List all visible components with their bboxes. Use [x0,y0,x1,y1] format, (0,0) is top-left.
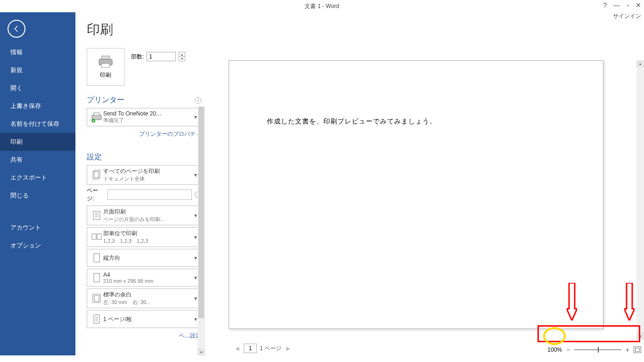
title-bar: 文書 1 - Word ? — ▫ ✕ [0,0,644,12]
page-total-label: 1 ページ [260,345,281,353]
zoom-in-button[interactable]: + [624,346,631,354]
page-preview: 作成した文書を、印刷プレビューでみてみましょう。 [229,60,603,329]
printer-info-icon[interactable]: i [195,97,201,104]
printer-properties-link[interactable]: プリンターのプロパティ [87,128,201,143]
copies-spinner[interactable]: ▴▾ [179,52,185,61]
copies-input[interactable] [147,52,176,61]
nav-info[interactable]: 情報 [0,43,75,61]
annotation-arrow-1 [567,283,577,321]
svg-rect-12 [92,234,96,239]
nav-share[interactable]: 共有 [0,151,75,169]
annotation-circle [543,327,566,345]
sheet-icon [93,314,100,324]
settings-scrollbar[interactable]: ▾ [198,107,205,355]
print-settings-panel: 印刷 印刷 部数: ▴▾ プリンター i [75,12,205,355]
settings-section-title: 設定 [87,152,102,162]
paper-icon [93,273,100,282]
chevron-down-icon: ▼ [191,255,198,261]
zoom-controls: 100% − + [547,346,641,354]
margins-select[interactable]: 標準の余白左: 30 mm 右: 30… ▼ [87,288,201,308]
next-page-button[interactable]: ▶ [284,346,292,352]
nav-close[interactable]: 閉じる [0,187,75,205]
nav-export[interactable]: エクスポート [0,169,75,187]
restore-icon[interactable]: ▫ [627,1,629,9]
close-icon[interactable]: ✕ [636,1,641,9]
minimize-icon[interactable]: — [613,1,620,9]
zoom-out-button[interactable]: − [565,346,571,354]
prev-page-button[interactable]: ◀ [233,346,241,352]
printer-name: Send To OneNote 20… [103,110,191,117]
chevron-down-icon: ▼ [191,115,198,120]
svg-rect-0 [101,56,110,59]
printer-device-icon [91,112,103,123]
chevron-down-icon: ▼ [191,213,198,218]
pages-stack-icon [92,170,101,180]
single-page-icon [93,211,100,220]
margins-icon [92,294,101,303]
preview-scrollbar[interactable]: ▴ ▾ [636,60,644,339]
svg-rect-4 [94,113,99,115]
document-body-text: 作成した文書を、印刷プレビューでみてみましょう。 [267,117,565,126]
print-button[interactable]: 印刷 [87,48,124,86]
chevron-down-icon: ▼ [191,296,198,301]
zoom-slider[interactable] [574,349,621,350]
nav-save[interactable]: 上書き保存 [0,97,75,115]
printer-select[interactable]: Send To OneNote 20… 準備完了 ▼ [87,108,201,126]
svg-rect-14 [94,254,99,262]
nav-options[interactable]: オプション [0,237,75,255]
pages-input[interactable] [107,189,192,200]
chevron-down-icon: ▼ [191,317,198,322]
page-number-input[interactable] [244,344,257,353]
printer-icon [97,55,114,68]
paper-size-select[interactable]: A4210 mm x 296.98 mm ▼ [87,269,201,287]
zoom-percent[interactable]: 100% [547,346,562,353]
backstage-sidebar: 情報 新規 開く 上書き保存 名前を付けて保存 印刷 共有 エクスポート 閉じる… [0,12,75,355]
chevron-down-icon: ▼ [191,173,198,178]
page-setup-link[interactable]: ペ…設定 [87,330,201,340]
window-title: 文書 1 - Word [305,2,339,10]
nav-open[interactable]: 開く [0,79,75,97]
orientation-select[interactable]: 縦方向 ▼ [87,249,201,267]
nav-new[interactable]: 新規 [0,61,75,79]
svg-rect-6 [94,170,100,178]
sides-select[interactable]: 片面印刷ページの片面のみを印刷… ▼ [87,206,201,225]
svg-rect-2 [101,63,110,67]
printer-status: 準備完了 [103,117,191,124]
svg-rect-7 [93,172,99,179]
collate-icon [91,232,102,242]
annotation-arrow-2 [624,283,635,321]
nav-saveas[interactable]: 名前を付けて保存 [0,115,75,133]
print-range-select[interactable]: すべてのページを印刷ドキュメント全体 ▼ [87,165,201,185]
page-title: 印刷 [87,21,201,39]
svg-rect-8 [93,211,100,220]
back-button[interactable] [8,20,25,38]
nav-print[interactable]: 印刷 [0,133,75,151]
zoom-to-page-button[interactable] [634,346,641,353]
help-icon[interactable]: ? [603,1,607,9]
svg-rect-17 [94,296,99,301]
nav-account[interactable]: アカウント [0,219,75,237]
svg-rect-15 [94,273,99,282]
chevron-down-icon: ▼ [191,235,198,240]
print-preview-panel: 作成した文書を、印刷プレビューでみてみましょう。 ▴ ▾ ◀ 1 ページ ▶ 1… [205,12,644,355]
portrait-icon [93,253,100,263]
printer-section-title: プリンター [87,95,124,105]
collate-select[interactable]: 部単位で印刷1,2,3 1,2,3 1,2,3 ▼ [87,227,201,247]
print-button-label: 印刷 [100,71,111,79]
pages-label: ページ: [87,187,105,203]
chevron-down-icon: ▼ [191,275,198,280]
copies-label: 部数: [131,53,144,61]
pages-per-sheet-select[interactable]: 1 ページ/枚 ▼ [87,310,201,328]
svg-rect-13 [97,234,101,239]
